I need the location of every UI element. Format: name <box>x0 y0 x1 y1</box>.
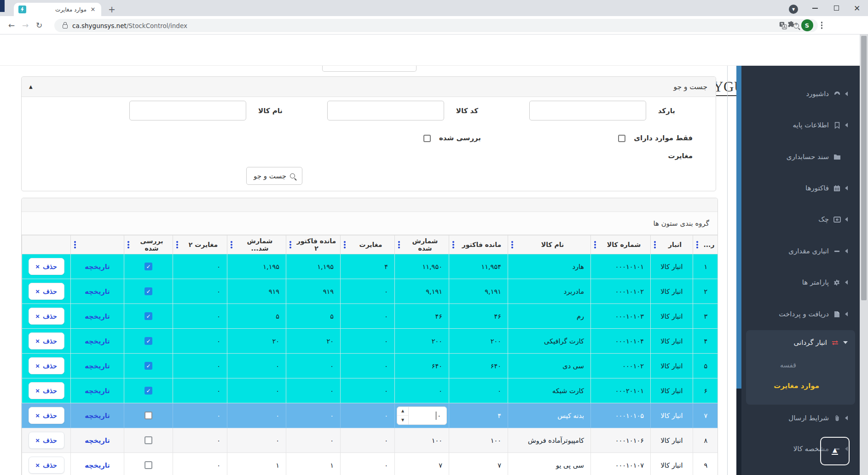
table-row[interactable]: ۲ انبار کالا ۰۰۰۱۰۱۰۲ مادربرد ۹,۱۹۱ ۹,۱۹… <box>22 279 718 304</box>
sidebar-item[interactable]: داشبورد <box>741 87 860 101</box>
delete-button[interactable]: ×حذف <box>29 382 64 399</box>
row-checkbox[interactable] <box>145 412 152 419</box>
column-header[interactable]: نام کالا <box>508 235 591 254</box>
column-menu-icon[interactable] <box>511 241 513 248</box>
reload-icon[interactable]: ↻ <box>32 18 46 32</box>
item-name-input[interactable] <box>129 101 246 120</box>
column-menu-icon[interactable] <box>176 241 178 248</box>
column-header[interactable]: ر... <box>693 235 718 254</box>
scrollbar-thumb[interactable] <box>861 36 867 300</box>
back-icon[interactable]: ← <box>5 18 18 32</box>
item-code-input[interactable] <box>327 101 444 120</box>
group-by-strip[interactable]: گروه بندی ستون ها <box>22 212 718 235</box>
search-button[interactable]: جست و جو <box>246 167 302 185</box>
row-checkbox[interactable]: ✓ <box>145 387 152 395</box>
column-header[interactable] <box>22 235 71 254</box>
table-row[interactable]: ۴ انبار کالا ۰۰۰۱۰۱۰۴ کارت گرافیکی ۲۰۰ ۲… <box>22 329 718 354</box>
scroll-to-top-button[interactable]: ▲ <box>820 437 850 465</box>
checked-checkbox[interactable] <box>423 135 431 142</box>
column-header[interactable]: بررسی شده <box>124 235 173 254</box>
tab-close-icon[interactable]: ✕ <box>89 6 97 13</box>
column-header[interactable]: مغایرت <box>341 235 395 254</box>
sidebar-item[interactable]: پارامتر ها <box>741 275 860 289</box>
column-header[interactable] <box>71 235 124 254</box>
sidebar-item[interactable]: انباری مقداری <box>741 244 860 258</box>
minimize-button[interactable] <box>809 0 821 16</box>
sidebar-item-stocktaking[interactable]: انبار گردانی <box>794 338 848 347</box>
column-menu-icon[interactable] <box>74 241 76 248</box>
column-menu-icon[interactable] <box>398 241 400 248</box>
close-window-button[interactable]: ✕ <box>851 0 863 16</box>
search-panel-header[interactable]: جست و جو ▲ <box>22 77 716 97</box>
column-menu-icon[interactable] <box>127 241 129 248</box>
variance-only-checkbox[interactable] <box>618 135 625 142</box>
column-menu-icon[interactable] <box>696 241 698 248</box>
history-link[interactable]: تاریخچه <box>85 263 110 270</box>
table-row[interactable]: ۹ انبار کالا ۰۰۰۱۰۱۰۷ سی پی یو ۷ ۷ ۰ ۱ ۱… <box>22 453 718 475</box>
page-scrollbar[interactable] <box>860 34 868 475</box>
collapse-icon[interactable]: ▲ <box>29 84 33 89</box>
row-checkbox[interactable]: ✓ <box>145 287 152 295</box>
column-menu-icon[interactable] <box>231 241 232 248</box>
maximize-button[interactable] <box>830 0 842 16</box>
delete-button[interactable]: ×حذف <box>29 432 64 449</box>
history-link[interactable]: تاریخچه <box>85 387 110 395</box>
browser-tab[interactable]: موارد مغایرت ✕ <box>14 3 101 16</box>
extensions-puzzle-icon[interactable] <box>787 21 795 29</box>
sidebar-item-variance-cases[interactable]: موارد مغایرت <box>774 382 819 390</box>
row-checkbox[interactable]: ✓ <box>145 312 152 320</box>
column-header[interactable]: مانده فاکتور ۲ <box>286 235 341 254</box>
column-header[interactable]: شماره کالا <box>591 235 651 254</box>
column-header[interactable]: مغایرت ۲ <box>173 235 227 254</box>
table-row[interactable]: ۶ انبار کالا ۰۰۰۲۰۱۰۱ کارت شبکه ۰ ۰ ۰ ۰ … <box>22 378 718 403</box>
table-row[interactable]: ۳ انبار کالا ۰۰۰۱۰۱۰۳ رم ۴۶ ۴۶ ۰ ۵ ۵ ۰ ✓… <box>22 304 718 329</box>
row-checkbox[interactable] <box>145 436 152 444</box>
table-row[interactable]: ۱ انبار کالا ۰۰۰۱۰۱۰۱ هارد ۱۱,۹۵۴ ۱۱,۹۵۰… <box>22 254 718 279</box>
history-link[interactable]: تاریخچه <box>85 437 110 444</box>
new-tab-button[interactable]: + <box>106 4 118 16</box>
row-checkbox[interactable] <box>145 461 152 469</box>
sidebar-item[interactable]: اطلاعات پایه <box>741 118 860 132</box>
browser-menu-icon[interactable] <box>819 20 825 31</box>
translate-icon[interactable] <box>779 22 787 29</box>
delete-button[interactable]: ×حذف <box>29 457 64 474</box>
table-row[interactable]: ۷ انبار کالا ۰۰۰۱۰۱۰۵ بدنه کیس ۴ ▲▼۰ ۰ ۰… <box>22 403 718 428</box>
delete-button[interactable]: ×حذف <box>29 308 64 325</box>
table-row[interactable]: ۸ انبار کالا ۰۰۰۱۰۱۰۶ کامپیوترآماده فروش… <box>22 428 718 453</box>
titlebar-caret-icon[interactable]: ▼ <box>789 5 798 14</box>
sidebar-item[interactable]: دریافت و پرداخت <box>741 307 860 321</box>
delete-button[interactable]: ×حذف <box>29 283 64 300</box>
history-link[interactable]: تاریخچه <box>85 288 110 295</box>
forward-icon[interactable]: → <box>18 18 32 32</box>
history-link[interactable]: تاریخچه <box>85 313 110 320</box>
column-menu-icon[interactable] <box>289 241 291 248</box>
sidebar-item[interactable]: فاکتورها <box>741 181 860 195</box>
column-header[interactable]: مانده فاکتور <box>449 235 508 254</box>
column-header[interactable]: انبار <box>651 235 693 254</box>
history-link[interactable]: تاریخچه <box>85 362 110 370</box>
stepper-arrows[interactable]: ▲▼ <box>397 407 409 424</box>
row-checkbox[interactable]: ✓ <box>145 263 152 270</box>
column-header[interactable]: شمارش شده <box>395 235 449 254</box>
history-link[interactable]: تاریخچه <box>85 412 110 419</box>
column-header[interactable]: شمارش شد... <box>227 235 286 254</box>
column-menu-icon[interactable] <box>594 241 596 248</box>
delete-button[interactable]: ×حذف <box>29 258 64 275</box>
delete-button[interactable]: ×حذف <box>29 332 64 349</box>
url-bar[interactable]: ca.shygunsys.net/StockControl/index ☆ <box>54 19 818 32</box>
sidebar-item[interactable]: شرایط ارسال <box>741 411 860 425</box>
column-menu-icon[interactable] <box>654 241 656 248</box>
sidebar-item[interactable]: 1چک <box>741 212 860 226</box>
delete-button[interactable]: ×حذف <box>29 357 64 374</box>
history-link[interactable]: تاریخچه <box>85 462 110 469</box>
profile-avatar[interactable]: S <box>801 19 813 31</box>
table-row[interactable]: ۵ انبار کالا ۰۰۰۱۰۲ سی دی ۶۴۰ ۶۴۰ ۰ ۰ ۰ … <box>22 354 718 378</box>
barcode-input[interactable] <box>529 101 646 120</box>
column-menu-icon[interactable] <box>452 241 454 248</box>
history-link[interactable]: تاریخچه <box>85 338 110 345</box>
row-checkbox[interactable]: ✓ <box>145 362 152 370</box>
sidebar-item[interactable]: سند حسابداری <box>741 150 860 164</box>
row-checkbox[interactable]: ✓ <box>145 337 152 345</box>
column-menu-icon[interactable] <box>344 241 346 248</box>
delete-button[interactable]: ×حذف <box>29 407 64 424</box>
